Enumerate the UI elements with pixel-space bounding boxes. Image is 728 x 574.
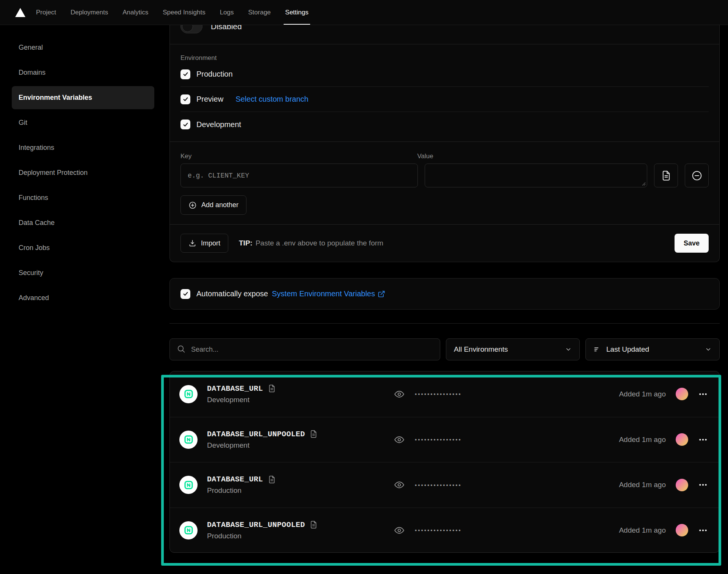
sensitive-toggle-section: Disabled [170, 25, 719, 44]
section-divider [169, 323, 720, 324]
sidebar-item-deployment-protection[interactable]: Deployment Protection [0, 160, 169, 185]
sidebar-item-security[interactable]: Security [0, 260, 169, 285]
note-icon[interactable] [268, 475, 276, 484]
eye-icon[interactable] [394, 388, 405, 400]
tab-deployments[interactable]: Deployments [71, 0, 108, 25]
minus-circle-icon [691, 170, 703, 181]
sidebar-item-data-cache[interactable]: Data Cache [0, 210, 169, 235]
sidebar-item-integrations[interactable]: Integrations [0, 135, 169, 160]
user-avatar [676, 479, 688, 491]
tab-logs[interactable]: Logs [220, 0, 234, 25]
sidebar-item-general[interactable]: General [0, 35, 169, 60]
select-custom-branch-link[interactable]: Select custom branch [235, 95, 308, 104]
sidebar-item-label: Security [12, 261, 154, 285]
sidebar-item-label: Domains [12, 61, 154, 84]
sort-icon [593, 346, 601, 353]
env-var-name: DATABASE_URL [207, 475, 263, 484]
auto-expose-checkbox[interactable] [180, 289, 190, 299]
row-menu-button[interactable] [698, 480, 708, 490]
key-value-section: Key Value [170, 142, 719, 224]
env-var-row: DATABASE_URL_UNPOOLED Development ••••••… [170, 417, 719, 462]
sidebar-item-domains[interactable]: Domains [0, 60, 169, 85]
sidebar-item-label: Functions [12, 186, 154, 209]
add-another-button[interactable]: Add another [180, 195, 246, 215]
tab-speed-insights[interactable]: Speed Insights [163, 0, 205, 25]
tab-project[interactable]: Project [36, 0, 56, 25]
eye-icon[interactable] [394, 479, 405, 491]
sidebar-item-label: Git [12, 111, 154, 134]
paste-file-button[interactable] [654, 164, 678, 187]
added-time: Added 1m ago [619, 481, 666, 489]
search-icon [177, 344, 186, 354]
sidebar-item-functions[interactable]: Functions [0, 185, 169, 210]
vercel-logo-icon[interactable] [15, 0, 25, 25]
row-menu-button[interactable] [698, 389, 708, 399]
sort-value: Last Updated [606, 345, 649, 354]
masked-value: ••••••••••••••• [415, 482, 462, 488]
tab-storage[interactable]: Storage [248, 0, 271, 25]
search-input[interactable] [169, 338, 440, 360]
remove-row-button[interactable] [685, 164, 709, 187]
tab-analytics[interactable]: Analytics [122, 0, 148, 25]
env-var-form-card: Disabled Environment Production Preview [169, 25, 720, 262]
system-env-vars-link[interactable]: System Environment Variables [272, 289, 385, 298]
save-button[interactable]: Save [675, 234, 709, 253]
sidebar-item-git[interactable]: Git [0, 110, 169, 135]
sidebar-item-environment-variables[interactable]: Environment Variables [0, 85, 169, 110]
import-button[interactable]: Import [180, 234, 228, 253]
note-icon[interactable] [268, 384, 276, 393]
sidebar-item-advanced[interactable]: Advanced [0, 285, 169, 310]
sidebar-item-cron-jobs[interactable]: Cron Jobs [0, 235, 169, 260]
eye-icon[interactable] [394, 525, 405, 536]
download-icon [188, 239, 196, 247]
note-icon[interactable] [309, 430, 318, 438]
top-navbar: Project Deployments Analytics Speed Insi… [0, 0, 728, 25]
sidebar-item-label: Integrations [12, 136, 154, 159]
form-footer: Import TIP:Paste a .env above to populat… [170, 224, 719, 262]
production-checkbox-row: Production [180, 62, 709, 87]
sidebar-item-label: Environment Variables [12, 86, 154, 109]
sidebar-item-label: Deployment Protection [12, 161, 154, 184]
development-checkbox[interactable] [180, 120, 190, 129]
row-menu-button[interactable] [698, 435, 708, 445]
user-avatar [676, 433, 688, 446]
env-var-name: DATABASE_URL_UNPOOLED [207, 430, 305, 439]
preview-checkbox-row: Preview Select custom branch [180, 87, 709, 112]
environment-label: Environment [180, 54, 709, 62]
nav-tabs: Project Deployments Analytics Speed Insi… [36, 0, 309, 25]
masked-value: ••••••••••••••• [415, 436, 462, 443]
env-var-name: DATABASE_URL [207, 384, 263, 393]
env-var-environment: Production [207, 532, 318, 540]
auto-expose-card: Automatically expose System Environment … [169, 278, 720, 310]
env-var-environment: Development [207, 441, 318, 450]
sort-dropdown[interactable]: Last Updated [585, 338, 720, 360]
production-checkbox[interactable] [180, 69, 190, 79]
vercel-settings-page: Project Deployments Analytics Speed Insi… [0, 0, 728, 574]
environment-filter-dropdown[interactable]: All Environments [446, 338, 580, 360]
preview-checkbox[interactable] [180, 94, 190, 104]
tip-text: TIP:Paste a .env above to populate the f… [239, 239, 383, 247]
tip-bold: TIP: [239, 239, 253, 247]
auto-expose-text: Automatically expose [196, 289, 268, 298]
import-label: Import [201, 239, 220, 247]
resize-grip-icon[interactable] [641, 181, 646, 186]
filter-row: All Environments Last Updated [169, 338, 720, 360]
development-checkbox-row: Development [180, 112, 709, 137]
toggle-knob [182, 25, 193, 32]
preview-label: Preview [196, 95, 223, 104]
note-icon[interactable] [309, 521, 318, 529]
external-link-icon [378, 290, 385, 298]
neon-logo-icon [179, 431, 198, 449]
environment-section: Environment Production Preview Select cu… [170, 44, 719, 142]
value-label: Value [417, 153, 648, 160]
sidebar-item-label: Advanced [12, 286, 154, 310]
eye-icon[interactable] [394, 434, 405, 445]
tab-settings[interactable]: Settings [285, 0, 308, 25]
user-avatar [676, 388, 688, 400]
plus-circle-icon [188, 201, 197, 209]
chevron-down-icon [565, 346, 572, 353]
disabled-toggle[interactable] [180, 25, 202, 33]
key-input[interactable] [180, 164, 418, 187]
value-input[interactable] [425, 164, 648, 187]
row-menu-button[interactable] [698, 525, 708, 535]
